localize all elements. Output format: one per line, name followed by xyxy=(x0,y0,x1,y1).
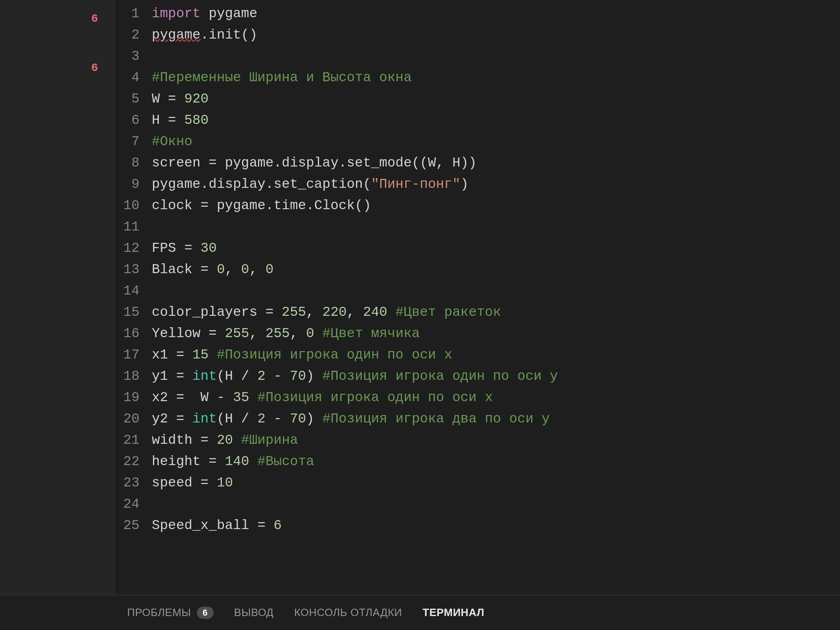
line-number: 3 xyxy=(115,46,139,67)
code-editor[interactable]: 1234567891011121314151617181920212223242… xyxy=(115,0,840,595)
line-number: 20 xyxy=(115,409,139,430)
panel-tab-терминал[interactable]: ТЕРМИНАЛ xyxy=(422,606,484,619)
line-number: 25 xyxy=(115,515,139,536)
line-number: 7 xyxy=(115,131,139,153)
code-line[interactable]: W = 920 xyxy=(152,89,840,110)
code-line[interactable]: import pygame xyxy=(152,3,840,25)
code-line[interactable]: pygame.display.set_caption("Пинг-понг") xyxy=(152,174,840,195)
code-line[interactable]: pygame.init() xyxy=(152,25,840,46)
code-line[interactable]: #Окно xyxy=(152,131,840,153)
line-number: 1 xyxy=(115,3,139,25)
line-number: 19 xyxy=(115,387,139,409)
explorer-sidebar[interactable]: 6 6 xyxy=(0,0,115,595)
panel-tab-консоль отладки[interactable]: КОНСОЛЬ ОТЛАДКИ xyxy=(294,606,402,619)
code-line[interactable]: H = 580 xyxy=(152,110,840,131)
line-number: 6 xyxy=(115,110,139,131)
tab-label: ВЫВОД xyxy=(234,606,274,619)
code-line[interactable] xyxy=(152,217,840,238)
code-line[interactable]: color_players = 255, 220, 240 #Цвет раке… xyxy=(152,302,840,323)
line-number: 15 xyxy=(115,302,139,323)
code-line[interactable]: y2 = int(H / 2 - 70) #Позиция игрока два… xyxy=(152,409,840,430)
line-number: 21 xyxy=(115,430,139,451)
code-line[interactable]: x2 = W - 35 #Позиция игрока один по оси … xyxy=(152,387,840,409)
error-count-1: 6 xyxy=(91,12,98,25)
code-content[interactable]: import pygamepygame.init()#Переменные Ши… xyxy=(152,3,840,595)
line-number: 22 xyxy=(115,451,139,472)
error-count-2: 6 xyxy=(91,62,98,74)
line-number: 18 xyxy=(115,366,139,387)
code-line[interactable]: speed = 10 xyxy=(152,472,840,494)
code-line[interactable]: Speed_x_ball = 6 xyxy=(152,515,840,536)
line-number: 10 xyxy=(115,195,139,217)
line-number: 16 xyxy=(115,323,139,345)
code-line[interactable]: y1 = int(H / 2 - 70) #Позиция игрока оди… xyxy=(152,366,840,387)
line-number: 14 xyxy=(115,281,139,302)
line-number: 11 xyxy=(115,217,139,238)
code-line[interactable]: Yellow = 255, 255, 0 #Цвет мячика xyxy=(152,323,840,345)
line-number: 17 xyxy=(115,345,139,366)
code-line[interactable]: height = 140 #Высота xyxy=(152,451,840,472)
tab-label: ТЕРМИНАЛ xyxy=(422,606,484,619)
tab-label: КОНСОЛЬ ОТЛАДКИ xyxy=(294,606,402,619)
line-number: 24 xyxy=(115,494,139,515)
code-line[interactable]: clock = pygame.time.Clock() xyxy=(152,195,840,217)
line-number: 23 xyxy=(115,472,139,494)
problems-badge: 6 xyxy=(197,607,214,619)
panel-tab-проблемы[interactable]: ПРОБЛЕМЫ6 xyxy=(127,606,214,619)
code-line[interactable] xyxy=(152,494,840,515)
line-number: 2 xyxy=(115,25,139,46)
code-line[interactable]: screen = pygame.display.set_mode((W, H)) xyxy=(152,153,840,174)
code-line[interactable]: #Переменные Ширина и Высота окна xyxy=(152,67,840,89)
panel-tab-вывод[interactable]: ВЫВОД xyxy=(234,606,274,619)
bottom-panel-tabs: ПРОБЛЕМЫ6ВЫВОДКОНСОЛЬ ОТЛАДКИТЕРМИНАЛ xyxy=(0,595,840,630)
tab-label: ПРОБЛЕМЫ xyxy=(127,606,191,619)
line-number: 9 xyxy=(115,174,139,195)
code-line[interactable]: width = 20 #Ширина xyxy=(152,430,840,451)
line-numbers: 1234567891011121314151617181920212223242… xyxy=(115,3,152,595)
code-line[interactable] xyxy=(152,46,840,67)
code-line[interactable]: x1 = 15 #Позиция игрока один по оси х xyxy=(152,345,840,366)
line-number: 5 xyxy=(115,89,139,110)
code-line[interactable]: Black = 0, 0, 0 xyxy=(152,259,840,281)
editor-area: 6 6 123456789101112131415161718192021222… xyxy=(0,0,840,595)
code-line[interactable] xyxy=(152,281,840,302)
line-number: 12 xyxy=(115,238,139,259)
line-number: 4 xyxy=(115,67,139,89)
code-line[interactable]: FPS = 30 xyxy=(152,238,840,259)
line-number: 13 xyxy=(115,259,139,281)
line-number: 8 xyxy=(115,153,139,174)
